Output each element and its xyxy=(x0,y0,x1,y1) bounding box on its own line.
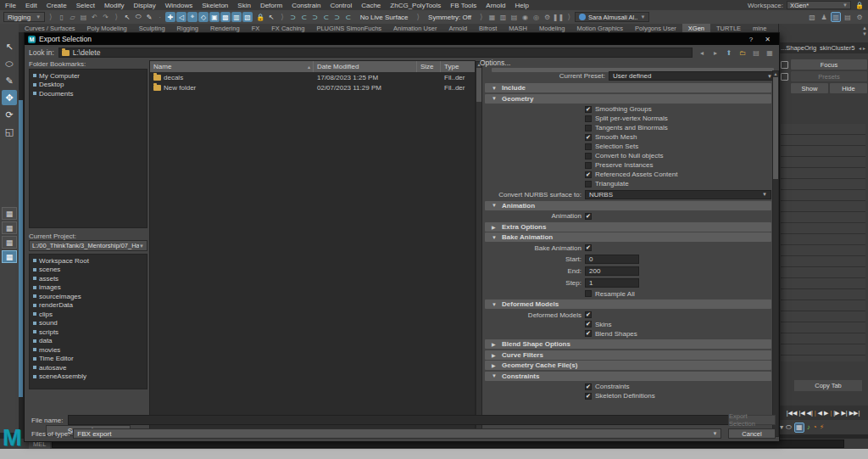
shelf-tab-rigging[interactable]: Rigging xyxy=(171,24,204,32)
copy-tab-button[interactable]: Copy Tab xyxy=(794,380,862,391)
go-to-end-icon[interactable]: ▶▶| xyxy=(849,410,860,417)
section-header-blend-shape-options[interactable]: ▶Blend Shape Options xyxy=(485,339,771,349)
input-end-[interactable]: 200 xyxy=(585,266,639,276)
shelf-tab-xgen[interactable]: XGen xyxy=(682,24,710,32)
snap-magnet-curve-icon[interactable]: ⊂ xyxy=(299,12,309,22)
project-folder-autosave[interactable]: autosave xyxy=(33,363,147,372)
menu-skin[interactable]: Skin xyxy=(237,2,251,9)
menu-set-dropdown[interactable]: Rigging ▼ xyxy=(3,12,45,22)
column-header-date-modified[interactable]: Date Modified xyxy=(314,61,417,72)
anim-preferences-clock-icon[interactable]: ◔ xyxy=(813,423,817,431)
checkbox-preserve-instances[interactable] xyxy=(585,162,592,169)
file-name-input[interactable] xyxy=(68,415,730,425)
current-project-dropdown[interactable]: L:/00_ThinkTank/3_Mentorship/07_Hair ▼ xyxy=(29,240,147,251)
move-tool-icon[interactable]: ✥ xyxy=(2,90,17,105)
step-back-frame-icon[interactable]: |◀ xyxy=(798,410,804,417)
snap-magnet-projected-icon[interactable]: ⊂ xyxy=(321,12,331,22)
symmetry-dropdown[interactable]: Symmetry: Off xyxy=(424,12,476,22)
menu-edit[interactable]: Edit xyxy=(25,2,37,9)
menu-windows[interactable]: Windows xyxy=(165,2,192,9)
shelf-tab-poly-modeling[interactable]: Poly Modeling xyxy=(81,24,133,32)
project-folder-scenes[interactable]: scenes xyxy=(33,266,147,275)
paint-select-icon[interactable]: ✎ xyxy=(144,12,154,22)
checkbox-referenced-assets-content[interactable]: ✔ xyxy=(585,171,592,178)
highlight-selection-icon[interactable]: ↖ xyxy=(266,12,276,22)
menu-display[interactable]: Display xyxy=(134,2,156,9)
live-surface-field[interactable]: No Live Surface xyxy=(356,12,413,22)
shelf-tab-modeling[interactable]: Modeling xyxy=(533,24,570,32)
lasso-select-icon[interactable]: ⬭ xyxy=(133,12,143,22)
section-header-animation[interactable]: ▼Animation xyxy=(485,201,771,210)
select-tool-icon[interactable]: ↖ xyxy=(2,39,17,54)
menu-create[interactable]: Create xyxy=(47,2,67,9)
open-scene-icon[interactable]: ▱ xyxy=(68,12,78,22)
section-header-geometry[interactable]: ▼Geometry xyxy=(485,94,771,104)
checkbox-constraints[interactable]: ✔ xyxy=(585,383,592,390)
layout-outliner-persp-button[interactable]: ▦ xyxy=(2,250,17,263)
snap-curve-icon[interactable]: ▣ xyxy=(209,12,220,22)
shelf-tab-motion-graphics[interactable]: Motion Graphics xyxy=(570,24,629,32)
dropdown-convert-nurbs-surface-to-[interactable]: NURBS▼ xyxy=(585,190,771,199)
cancel-button[interactable]: Cancel xyxy=(728,428,776,439)
range-end-marker[interactable]: | xyxy=(830,410,832,416)
ipr-render-icon[interactable]: ◎ xyxy=(531,12,542,22)
project-folder-data[interactable]: data xyxy=(33,337,147,346)
lasso-tool-icon[interactable]: ⬭ xyxy=(2,56,17,71)
snap-magnet-grid-icon[interactable]: ⊃ xyxy=(288,12,298,22)
up-directory-icon[interactable]: ⬆ xyxy=(724,48,734,58)
menu-cache[interactable]: Cache xyxy=(361,2,381,9)
section-header-curve-filters[interactable]: ▶Curve Filters xyxy=(485,350,771,360)
forward-icon[interactable]: ▸ xyxy=(710,48,721,58)
checkbox-split-per-vertex-normals[interactable] xyxy=(585,115,592,122)
shelf-tab-polygons-user[interactable]: Polygons User xyxy=(629,24,682,32)
tool-settings-icon[interactable]: ⚙ xyxy=(854,12,865,22)
table-row[interactable]: New folder02/07/2023 11:29 PMFil..der xyxy=(150,82,475,92)
attribute-editor-scrollbar[interactable]: ▲▼ xyxy=(862,25,867,36)
bookmark-my-computer[interactable]: My Computer xyxy=(33,71,147,81)
project-folder-time-editor[interactable]: Time Editor xyxy=(33,355,147,364)
paste-attr-icon[interactable] xyxy=(781,73,788,81)
shelf-tab-mine[interactable]: mine xyxy=(747,24,772,32)
checkbox-resample-all[interactable] xyxy=(585,290,592,297)
menu-help[interactable]: Help xyxy=(515,2,528,9)
snap-grid-icon[interactable]: ◇ xyxy=(198,12,209,22)
shelf-tab-fx[interactable]: FX xyxy=(246,24,266,32)
attribute-editor-icon[interactable]: ▤ xyxy=(843,12,853,22)
project-folder-assets[interactable]: assets xyxy=(33,274,147,283)
hide-button[interactable]: Hide xyxy=(830,83,867,93)
snap-point-icon[interactable]: ▩ xyxy=(220,12,231,22)
project-folder-images[interactable]: images xyxy=(33,283,147,293)
user-account-menu[interactable]: Sara Almusali Al.. ▼ xyxy=(575,12,649,22)
project-folder-movies[interactable]: movies xyxy=(33,345,147,355)
render-settings-icon[interactable]: ⚙ xyxy=(542,12,553,22)
render-current-frame-icon[interactable]: ◉ xyxy=(520,12,531,22)
scale-tool-icon[interactable]: ◱ xyxy=(2,124,17,139)
export-selection-button[interactable]: Export Selection xyxy=(728,415,776,425)
copy-attr-icon[interactable] xyxy=(781,61,788,69)
loop-icon[interactable]: ⬭ xyxy=(786,423,792,432)
menu-file[interactable]: File xyxy=(5,2,16,9)
layout-single-pane-button[interactable]: ▦ xyxy=(2,207,17,220)
column-header-name[interactable]: Name ▴ xyxy=(150,61,314,72)
bookmark-desktop[interactable]: Desktop xyxy=(33,81,147,90)
project-folder-workspace-root[interactable]: Workspace Root xyxy=(33,256,147,266)
options-link[interactable]: Options... xyxy=(480,59,779,68)
undo-icon[interactable]: ↶ xyxy=(90,12,100,22)
select-component-icon[interactable]: ⌖ xyxy=(187,12,198,22)
lock-workspace-icon[interactable]: 🔒 xyxy=(854,0,865,10)
menu-arnold[interactable]: Arnold xyxy=(486,2,505,9)
show-button[interactable]: Show xyxy=(791,83,828,93)
project-folder-scripts[interactable]: scripts xyxy=(33,327,147,337)
section-header-include[interactable]: ▼Include xyxy=(485,83,771,92)
step-forward-key-icon[interactable]: |▶ xyxy=(833,410,839,417)
files-of-type-dropdown[interactable]: FBX export ▼ xyxy=(73,428,721,439)
menu-zhcg-polytools[interactable]: ZhCG_PolyTools xyxy=(390,2,441,9)
snap-magnet-point-icon[interactable]: ⊃ xyxy=(310,12,320,22)
step-forward-frame-icon[interactable]: ▶| xyxy=(841,410,847,417)
project-folder-renderdata[interactable]: renderData xyxy=(33,301,147,311)
shelf-tab-sculpting[interactable]: Sculpting xyxy=(133,24,171,32)
checkbox-blend-shapes[interactable]: ✔ xyxy=(585,330,592,337)
select-hierarchy-icon[interactable]: ✚ xyxy=(165,12,175,22)
table-row[interactable]: decals17/08/2023 1:25 PMFil..der xyxy=(150,72,475,82)
shelf-tab-turtle[interactable]: TURTLE xyxy=(710,24,747,32)
